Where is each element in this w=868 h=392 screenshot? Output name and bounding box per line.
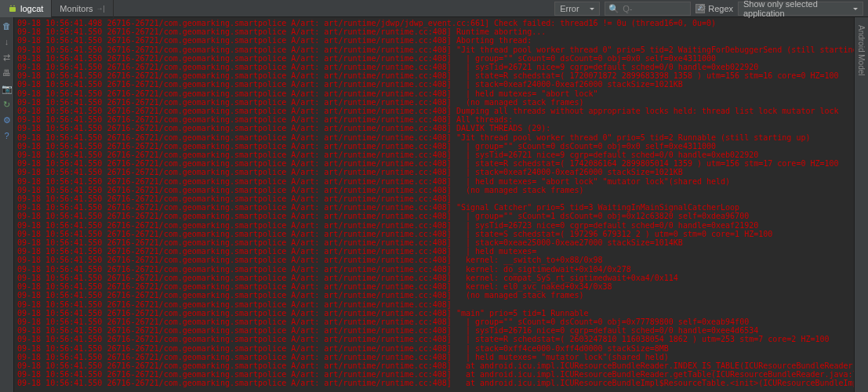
search-field[interactable] [623,4,687,13]
log-line: 09-18 10:56:41.550 26716-26721/com.geoma… [14,353,854,361]
log-line: 09-18 10:56:41.550 26716-26721/com.geoma… [14,27,854,36]
log-line: 09-18 10:56:41.550 26716-26721/com.geoma… [14,142,854,151]
print-icon[interactable]: 🖶 [2,67,13,78]
main-area: 🗑 ↓ ⇄ 🖶 📷 ↻ ⚙ ? 09-18 10:56:41.498 26716… [0,17,868,392]
settings-icon[interactable]: ⚙ [2,114,13,125]
side-panel-label: Android Model [857,25,866,75]
log-line: 09-18 10:56:41.550 26716-26721/com.geoma… [14,177,854,186]
log-line: 09-18 10:56:41.550 26716-26721/com.geoma… [14,247,854,256]
help-icon[interactable]: ? [2,130,13,141]
log-line: 09-18 10:56:41.498 26716-26721/com.geoma… [14,19,854,27]
wrap-icon[interactable]: ⇄ [2,52,13,63]
log-line: 09-18 10:56:41.550 26716-26721/com.geoma… [14,335,854,343]
tab-monitors[interactable]: Monitors →| [52,0,114,17]
log-line: 09-18 10:56:41.550 26716-26721/com.geoma… [14,115,854,124]
log-line: 09-18 10:56:41.550 26716-26721/com.geoma… [14,71,854,80]
log-line: 09-18 10:56:41.550 26716-26721/com.geoma… [14,370,854,379]
screenshot-icon[interactable]: 📷 [2,83,13,94]
log-output[interactable]: 09-18 10:56:41.498 26716-26721/com.geoma… [14,17,854,392]
search-input[interactable]: 🔍 [605,2,691,16]
trash-icon[interactable]: 🗑 [2,20,13,31]
svg-rect-0 [9,7,16,12]
log-line: 09-18 10:56:41.550 26716-26721/com.geoma… [14,221,854,230]
log-line: 09-18 10:56:41.550 26716-26721/com.geoma… [14,309,854,318]
log-line: 09-18 10:56:41.550 26716-26721/com.geoma… [14,36,854,45]
log-line: 09-18 10:56:41.550 26716-26721/com.geoma… [14,300,854,309]
log-line: 09-18 10:56:41.550 26716-26721/com.geoma… [14,291,854,299]
log-line: 09-18 10:56:41.550 26716-26721/com.geoma… [14,379,854,387]
log-line: 09-18 10:56:41.550 26716-26721/com.geoma… [14,326,854,335]
log-line: 09-18 10:56:41.550 26716-26721/com.geoma… [14,344,854,353]
log-line: 09-18 10:56:41.550 26716-26721/com.geoma… [14,168,854,176]
log-line: 09-18 10:56:41.550 26716-26721/com.geoma… [14,63,854,71]
log-line: 09-18 10:56:41.550 26716-26721/com.geoma… [14,282,854,291]
log-line: 09-18 10:56:41.550 26716-26721/com.geoma… [14,107,854,115]
gear-icon[interactable]: ⚙ [698,2,706,13]
log-line: 09-18 10:56:41.550 26716-26721/com.geoma… [14,98,854,107]
log-line: 09-18 10:56:41.550 26716-26721/com.geoma… [14,124,854,132]
log-line: 09-18 10:56:41.550 26716-26721/com.geoma… [14,54,854,63]
log-line: 09-18 10:56:41.550 26716-26721/com.geoma… [14,238,854,247]
close-icon[interactable]: →| [96,5,105,13]
log-line: 09-18 10:56:41.550 26716-26721/com.geoma… [14,212,854,220]
android-icon [8,4,17,13]
log-line: 09-18 10:56:41.550 26716-26721/com.geoma… [14,230,854,238]
log-line: 09-18 10:56:41.550 26716-26721/com.geoma… [14,89,854,98]
scroll-end-icon[interactable]: ↓ [2,36,13,47]
toolbar-right: Error 🔍 ✓ Regex Show only selected appli… [554,0,863,17]
search-icon: 🔍 [608,4,619,14]
log-line: 09-18 10:56:41.550 26716-26721/com.geoma… [14,133,854,142]
right-side-panel[interactable]: Android Model [854,17,868,392]
restart-icon[interactable]: ↻ [2,99,13,110]
log-line: 09-18 10:56:41.550 26716-26721/com.geoma… [14,361,854,370]
log-line: 09-18 10:56:41.550 26716-26721/com.geoma… [14,274,854,282]
svg-point-1 [10,5,12,6]
side-toolbar: 🗑 ↓ ⇄ 🖶 📷 ↻ ⚙ ? [0,17,14,392]
tab-logcat[interactable]: logcat [0,0,52,17]
filter-dropdown[interactable]: Show only selected application [738,2,863,16]
log-line: 09-18 10:56:41.550 26716-26721/com.geoma… [14,318,854,326]
tab-label: Monitors [60,4,93,13]
log-level-dropdown[interactable]: Error [554,2,600,16]
tab-label: logcat [20,4,43,13]
log-line: 09-18 10:56:41.550 26716-26721/com.geoma… [14,151,854,159]
log-line: 09-18 10:56:41.550 26716-26721/com.geoma… [14,80,854,89]
log-line: 09-18 10:56:41.550 26716-26721/com.geoma… [14,45,854,54]
svg-point-2 [13,5,15,6]
log-line: 09-18 10:56:41.550 26716-26721/com.geoma… [14,159,854,168]
log-line: 09-18 10:56:41.550 26716-26721/com.geoma… [14,203,854,212]
tab-bar: logcat Monitors →| Error 🔍 ✓ Regex Show … [0,0,868,17]
log-line: 09-18 10:56:41.550 26716-26721/com.geoma… [14,186,854,194]
log-line: 09-18 10:56:41.550 26716-26721/com.geoma… [14,265,854,274]
log-line: 09-18 10:56:41.550 26716-26721/com.geoma… [14,256,854,264]
log-line: 09-18 10:56:41.550 26716-26721/com.geoma… [14,194,854,203]
